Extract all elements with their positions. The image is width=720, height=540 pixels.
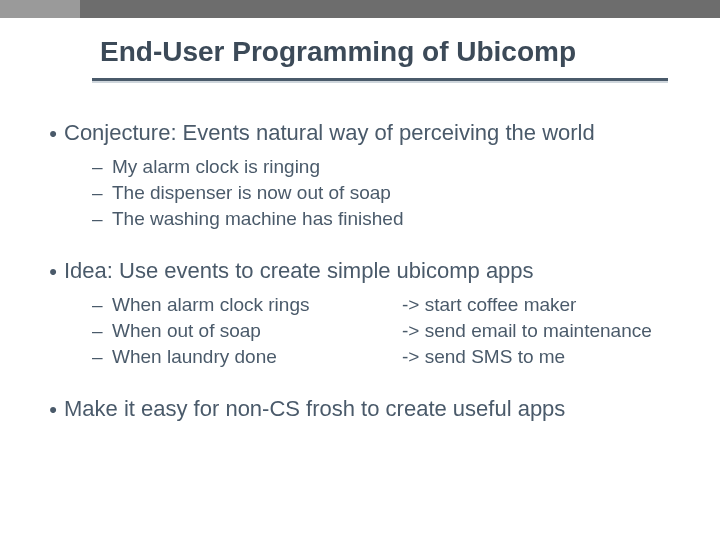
dash-icon: – [92, 180, 112, 206]
sub-item: – The dispenser is now out of soap [92, 180, 682, 206]
dash-icon: – [92, 344, 112, 370]
bullet-dot-icon: • [42, 120, 64, 148]
bullet-dot-icon: • [42, 258, 64, 286]
bullet-item: • Idea: Use events to create simple ubic… [42, 258, 682, 286]
sub-text: The washing machine has finished [112, 206, 682, 232]
sub-item: – The washing machine has finished [92, 206, 682, 232]
pair-left: When alarm clock rings [112, 292, 402, 318]
dash-icon: – [92, 154, 112, 180]
bullet-text: Conjecture: Events natural way of percei… [64, 120, 682, 146]
sub-item: – When alarm clock rings -> start coffee… [92, 292, 682, 318]
dash-icon: – [92, 206, 112, 232]
slide: End-User Programming of Ubicomp • Conjec… [0, 0, 720, 540]
sub-text: My alarm clock is ringing [112, 154, 682, 180]
bullet-text: Idea: Use events to create simple ubicom… [64, 258, 682, 284]
pair-left: When laundry done [112, 344, 402, 370]
pair-right: -> start coffee maker [402, 292, 682, 318]
sub-text: The dispenser is now out of soap [112, 180, 682, 206]
sub-item: – When laundry done -> send SMS to me [92, 344, 682, 370]
pair-right: -> send email to maintenance [402, 318, 682, 344]
bullet-item: • Make it easy for non-CS frosh to creat… [42, 396, 682, 424]
slide-content: • Conjecture: Events natural way of perc… [42, 120, 682, 430]
top-bar-accent [0, 0, 80, 18]
top-bar [0, 0, 720, 18]
title-underline-shadow [92, 81, 668, 83]
slide-title: End-User Programming of Ubicomp [100, 36, 660, 68]
sub-list: – My alarm clock is ringing – The dispen… [92, 154, 682, 232]
sub-pair: When out of soap -> send email to mainte… [112, 318, 682, 344]
pair-right: -> send SMS to me [402, 344, 682, 370]
pair-left: When out of soap [112, 318, 402, 344]
dash-icon: – [92, 318, 112, 344]
dash-icon: – [92, 292, 112, 318]
sub-list: – When alarm clock rings -> start coffee… [92, 292, 682, 370]
bullet-item: • Conjecture: Events natural way of perc… [42, 120, 682, 148]
bullet-dot-icon: • [42, 396, 64, 424]
sub-pair: When laundry done -> send SMS to me [112, 344, 682, 370]
sub-item: – My alarm clock is ringing [92, 154, 682, 180]
sub-item: – When out of soap -> send email to main… [92, 318, 682, 344]
bullet-text: Make it easy for non-CS frosh to create … [64, 396, 682, 422]
sub-pair: When alarm clock rings -> start coffee m… [112, 292, 682, 318]
